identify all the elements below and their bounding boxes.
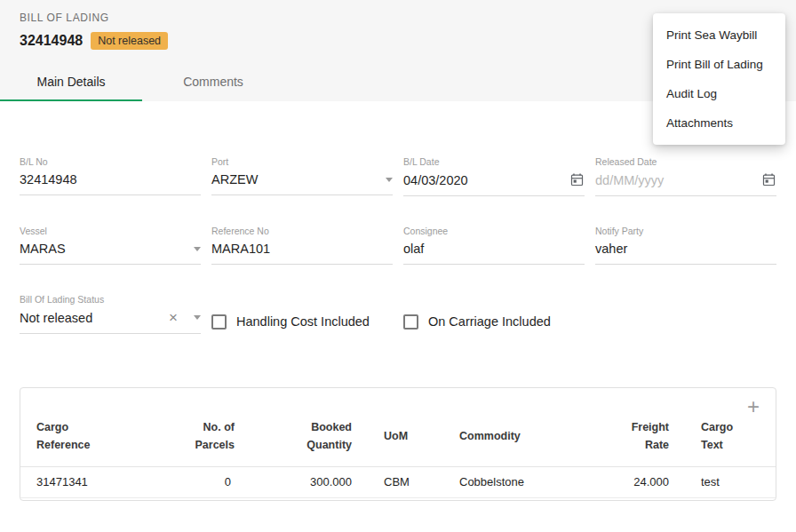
bl-status-value: Not released xyxy=(20,311,169,325)
reference-no-value: MARA101 xyxy=(211,242,393,256)
column-label: Booked Quantity xyxy=(297,418,352,454)
menu-item-print-sea-waybill[interactable]: Print Sea Waybill xyxy=(653,20,785,50)
cell-booked-quantity: 300.000 xyxy=(247,467,368,498)
column-no-of-parcels: No. of Parcels xyxy=(179,417,248,467)
main-content: B/L No 32414948 Port ARZEW B/L Date 04/0… xyxy=(0,101,796,501)
column-label: Commodity xyxy=(459,427,514,445)
consignee-label: Consignee xyxy=(403,226,585,236)
checkbox-box xyxy=(403,314,418,330)
field-bl-date: B/L Date 04/03/2020 xyxy=(403,156,585,196)
cell-freight-rate: 24.000 xyxy=(594,467,685,498)
table-header-row: Cargo Reference No. of Parcels Booked Qu… xyxy=(20,417,776,467)
bill-of-lading-page: BILL OF LADING 32414948 Not released Mai… xyxy=(0,0,796,501)
table-row[interactable]: 31471341 0 300.000 CBM Cobbelstone 24.00… xyxy=(20,467,776,498)
menu-item-print-bill-of-lading[interactable]: Print Bill of Lading xyxy=(653,50,785,79)
column-label: UoM xyxy=(384,427,408,445)
chevron-down-icon xyxy=(194,315,201,320)
calendar-icon[interactable] xyxy=(761,172,776,187)
column-uom: UoM xyxy=(368,417,443,467)
field-bl-no: B/L No 32414948 xyxy=(20,156,201,196)
column-freight-rate: Freight Rate xyxy=(594,417,685,467)
clear-icon[interactable]: × xyxy=(169,310,178,325)
calendar-icon[interactable] xyxy=(569,172,585,187)
bl-status-label: Bill Of Lading Status xyxy=(20,294,201,305)
cargo-table: Cargo Reference No. of Parcels Booked Qu… xyxy=(20,417,776,498)
form-grid: B/L No 32414948 Port ARZEW B/L Date 04/0… xyxy=(20,156,776,334)
column-cargo-reference: Cargo Reference xyxy=(20,417,179,467)
cargo-card-toolbar: + xyxy=(20,388,776,417)
field-bl-status: Bill Of Lading Status Not released × xyxy=(20,294,201,334)
column-cargo-text: Cargo Text xyxy=(685,417,776,467)
tab-main-details[interactable]: Main Details xyxy=(0,64,142,101)
reference-no-label: Reference No xyxy=(211,226,393,236)
handling-cost-checkbox[interactable]: Handling Cost Included xyxy=(211,309,393,334)
bl-status-select[interactable]: Not released × xyxy=(20,310,201,334)
released-date-input[interactable]: dd/MM/yyyy xyxy=(595,172,776,196)
vessel-select[interactable]: MARAS xyxy=(20,242,201,265)
field-consignee: Consignee olaf xyxy=(403,226,585,265)
bl-no-value: 32414948 xyxy=(20,172,201,187)
released-date-label: Released Date xyxy=(595,156,776,167)
context-menu: Print Sea Waybill Print Bill of Lading A… xyxy=(653,13,785,145)
field-reference-no: Reference No MARA101 xyxy=(211,226,393,265)
column-booked-quantity: Booked Quantity xyxy=(247,417,368,467)
port-label: Port xyxy=(211,156,393,167)
column-label: No. of Parcels xyxy=(195,418,235,454)
field-released-date: Released Date dd/MM/yyyy xyxy=(595,156,776,196)
grid-spacer xyxy=(595,294,776,334)
column-label: Cargo Reference xyxy=(36,418,92,454)
status-badge: Not released xyxy=(91,32,168,50)
document-number: 32414948 xyxy=(20,33,83,49)
reference-no-input[interactable]: MARA101 xyxy=(211,242,393,265)
cell-uom: CBM xyxy=(368,467,443,498)
port-select[interactable]: ARZEW xyxy=(211,172,393,195)
column-commodity: Commodity xyxy=(443,417,594,467)
consignee-value: olaf xyxy=(403,242,585,256)
checkbox-box xyxy=(211,314,227,330)
consignee-input[interactable]: olaf xyxy=(403,242,585,265)
field-vessel: Vessel MARAS xyxy=(20,226,201,265)
port-value: ARZEW xyxy=(211,172,380,187)
field-notify-party: Notify Party vaher xyxy=(595,226,776,265)
handling-cost-label: Handling Cost Included xyxy=(236,314,370,329)
released-date-placeholder: dd/MM/yyyy xyxy=(595,173,756,187)
cargo-card: + Cargo Reference No. of Parcels Booked … xyxy=(20,387,776,501)
on-carriage-label: On Carriage Included xyxy=(428,314,551,329)
bl-date-input[interactable]: 04/03/2020 xyxy=(403,172,585,196)
field-port: Port ARZEW xyxy=(211,156,393,196)
cell-commodity: Cobbelstone xyxy=(443,467,594,498)
on-carriage-checkbox[interactable]: On Carriage Included xyxy=(403,309,585,334)
cell-cargo-reference: 31471341 xyxy=(20,467,179,498)
chevron-down-icon xyxy=(386,178,393,182)
menu-item-attachments[interactable]: Attachments xyxy=(653,108,785,138)
bl-date-value: 04/03/2020 xyxy=(403,173,564,187)
bl-date-label: B/L Date xyxy=(403,156,585,167)
notify-party-value: vaher xyxy=(595,242,776,256)
cell-no-of-parcels: 0 xyxy=(179,467,248,498)
column-label: Freight Rate xyxy=(614,418,669,454)
cell-cargo-text: test xyxy=(685,467,776,498)
vessel-label: Vessel xyxy=(20,226,201,236)
menu-item-audit-log[interactable]: Audit Log xyxy=(653,79,785,108)
notify-party-label: Notify Party xyxy=(595,226,776,236)
chevron-down-icon xyxy=(194,247,201,251)
add-cargo-button[interactable]: + xyxy=(747,397,760,417)
column-label: Cargo Text xyxy=(701,418,756,454)
tab-comments[interactable]: Comments xyxy=(142,64,284,101)
vessel-value: MARAS xyxy=(20,242,188,256)
bl-no-label: B/L No xyxy=(20,156,201,167)
notify-party-input[interactable]: vaher xyxy=(595,242,776,265)
bl-no-input[interactable]: 32414948 xyxy=(20,172,201,195)
